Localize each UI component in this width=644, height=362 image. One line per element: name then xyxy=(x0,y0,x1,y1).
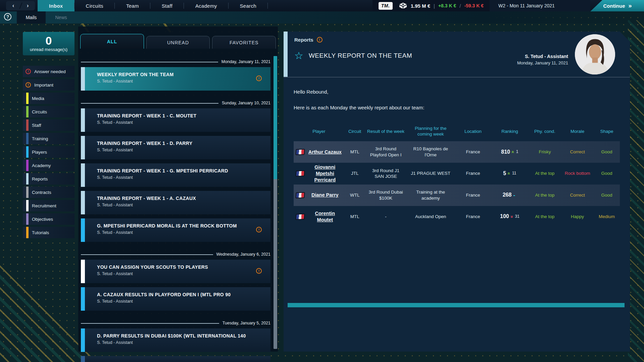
filter-tutorials[interactable]: Tutorials xyxy=(23,227,75,238)
sender-name: S. Tetud - Assistant xyxy=(517,54,568,59)
mail-item[interactable]: A. CAZAUX RESULTS IN PLAYFORD OPEN I (MT… xyxy=(81,287,270,311)
table-header-row: Player Circuit Result of the week Planni… xyxy=(294,122,620,141)
mail-item[interactable]: TRAINING REPORT - WEEK 1 - D. PARRY S. T… xyxy=(81,136,270,159)
col-header-ranking: Ranking xyxy=(491,127,529,136)
filter-label: Media xyxy=(32,96,44,101)
tab-inbox[interactable]: Inbox xyxy=(38,0,75,11)
tab-team[interactable]: Team xyxy=(115,0,150,11)
mail-item[interactable]: G. MPETSHI PERRICARD MORAL IS AT THE ROC… xyxy=(81,218,270,242)
mail-title: A. CAZAUX RESULTS IN PLAYFORD OPEN I (MT… xyxy=(97,292,270,297)
result-cell: 3rd Round J1 SAN JOSE xyxy=(365,166,406,181)
phy-cond-cell: At the top xyxy=(529,191,561,200)
help-icon[interactable]: ? xyxy=(4,13,11,20)
filter-label: Academy xyxy=(32,163,51,168)
filter-training[interactable]: Training xyxy=(23,133,75,144)
mail-sender: S. Tetud - Assistant xyxy=(97,203,270,207)
france-flag-icon xyxy=(295,149,305,155)
filter-answer-needed[interactable]: ! Answer needed xyxy=(23,66,75,77)
mail-item[interactable]: WEEKLY REPORT ON THE TEAM S. Tetud - Ass… xyxy=(81,67,270,91)
back-icon[interactable]: ‹ xyxy=(12,2,14,9)
category-color-bar xyxy=(26,173,29,185)
mail-item[interactable]: YOU CAN ASSIGN YOUR SCOUTS TO PLAYERS S.… xyxy=(81,260,270,283)
filter-objectives[interactable]: Objectives xyxy=(23,213,75,225)
filter-contracts[interactable]: Contracts xyxy=(23,187,75,198)
morale-cell: Correct xyxy=(561,148,594,156)
filter-players[interactable]: Players xyxy=(23,146,75,158)
tab-all[interactable]: ALL xyxy=(80,34,144,49)
forward-icon[interactable]: › xyxy=(27,2,29,9)
morale-cell: Happy xyxy=(561,212,594,221)
phy-cond-cell: At the top xyxy=(529,212,561,221)
mail-sender: S. Tetud - Assistant xyxy=(97,340,270,345)
filter-label: Contracts xyxy=(32,190,51,195)
favorite-star-icon[interactable]: ☆ xyxy=(294,51,303,61)
date-label: Tuesday, January 5, 2021 xyxy=(222,321,270,325)
rank-no-change-icon xyxy=(513,193,515,198)
mail-category-bar xyxy=(81,356,85,362)
tab-staff[interactable]: Staff xyxy=(150,0,184,11)
rank-change: 1 xyxy=(516,149,518,155)
mail-item[interactable]: D. PARRY RESULTS IN DUBAI $100K (WTL INT… xyxy=(81,328,270,352)
mail-sender: S. Tetud - Assistant xyxy=(97,148,270,152)
col-header-player: Player xyxy=(294,127,344,136)
filter-label: Circuits xyxy=(32,109,47,114)
rank-change: 11 xyxy=(512,171,516,176)
mail-item[interactable]: TRAINING REPORT - WEEK 1 - G. MPETSHI PE… xyxy=(81,163,270,187)
filter-label: Tutorials xyxy=(32,230,49,235)
circuit-cell: JTL xyxy=(344,169,365,178)
ranking-cell: 100 31 xyxy=(491,212,529,221)
unread-count: 0 xyxy=(46,35,52,46)
player-link[interactable]: Arthur Cazaux xyxy=(308,149,342,155)
col-header-result: Result of the week xyxy=(365,127,406,136)
mail-list-panel: ALL UNREAD FAVORITES Monday, January 11,… xyxy=(78,27,278,352)
shape-cell: Medium xyxy=(594,212,620,221)
filter-academy[interactable]: Academy xyxy=(23,160,75,171)
filter-media[interactable]: Media xyxy=(23,93,75,104)
tab-circuits[interactable]: Circuits xyxy=(75,0,115,11)
mail-item[interactable]: TRAINING REPORT - WEEK 1 - A. CAZAUX S. … xyxy=(81,191,270,214)
table-row: Diane Parry WTL 3rd Round Dubai $100K Tr… xyxy=(294,185,620,206)
planning-cell: J1 PRAGUE WEST xyxy=(406,169,455,178)
location-cell: France xyxy=(455,212,491,221)
category-color-bar xyxy=(26,213,29,225)
filter-label: Answer needed xyxy=(34,69,66,74)
player-link[interactable]: Diane Parry xyxy=(308,192,342,198)
tab-search[interactable]: Search xyxy=(229,0,268,11)
mail-item[interactable]: TRAINING REPORT - WEEK 1 - C. MOUTET S. … xyxy=(81,108,270,132)
date-divider: Tuesday, January 5, 2021 xyxy=(81,315,270,325)
filter-reports[interactable]: Reports xyxy=(23,173,75,185)
tm-logo: TM. xyxy=(379,2,393,10)
tab-unread[interactable]: UNREAD xyxy=(146,36,210,49)
mail-category-bar xyxy=(81,287,85,311)
main-nav: Inbox Circuits Team Staff Academy Search xyxy=(38,0,268,11)
mail-title: TRAINING REPORT - WEEK 1 - A. CAZAUX xyxy=(97,196,270,201)
col-header-planning: Planning for the coming week xyxy=(406,124,455,139)
rank-up-icon xyxy=(511,151,515,153)
category-color-bar xyxy=(26,227,29,238)
result-cell: 3rd Round Dubai $100K xyxy=(365,188,406,202)
player-link[interactable]: Corentin Moutet xyxy=(308,210,342,223)
col-header-circuit: Circuit xyxy=(344,127,365,136)
mail-category-bar xyxy=(81,67,85,91)
filter-staff[interactable]: Staff xyxy=(23,119,75,131)
tab-favorites[interactable]: FAVORITES xyxy=(212,36,276,49)
mail-category-bar xyxy=(81,191,85,214)
rank-down-icon xyxy=(510,215,514,218)
scrollbar-thumb[interactable] xyxy=(274,56,277,179)
filter-recruitment[interactable]: Recruitment xyxy=(23,200,75,211)
continue-button[interactable]: Continue » xyxy=(590,0,644,11)
mail-title: D. PARRY RESULTS IN DUBAI $100K (WTL INT… xyxy=(97,333,270,339)
tab-news[interactable]: News xyxy=(46,11,77,23)
double-chevron-icon: » xyxy=(628,2,631,9)
rank-change: 31 xyxy=(515,214,519,219)
rank-value: 268 xyxy=(503,192,512,199)
player-link[interactable]: Giovanni Mpetshi Perricard xyxy=(308,164,342,183)
sender-avatar xyxy=(575,34,615,74)
scrollbar-track[interactable] xyxy=(274,56,277,349)
tab-academy[interactable]: Academy xyxy=(184,0,229,11)
tab-mails[interactable]: Mails xyxy=(17,11,46,23)
table-row: Giovanni Mpetshi Perricard JTL 3rd Round… xyxy=(294,163,620,185)
mail-item-clipped[interactable] xyxy=(81,356,270,362)
filter-important[interactable]: ! Important xyxy=(23,79,75,91)
filter-circuits[interactable]: Circuits xyxy=(23,106,75,117)
